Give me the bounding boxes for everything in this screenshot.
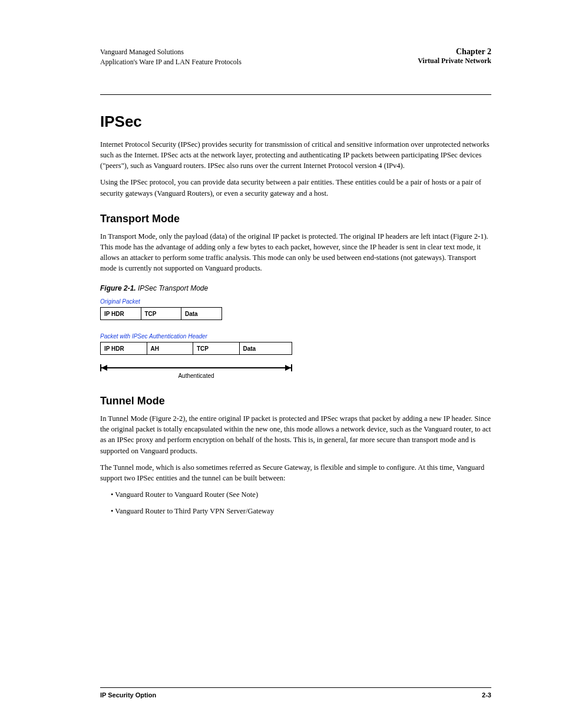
tunnel-bullet-2-text: Vanguard Router to Third Party VPN Serve… [115, 507, 274, 515]
header-right: Chapter 2 Virtual Private Network [418, 47, 491, 65]
page-footer: IP Security Option 2-3 [100, 687, 491, 699]
figure-id: Figure 2-1. [100, 284, 136, 292]
arrow-label: Authenticated [100, 373, 292, 379]
section-heading-tunnel: Tunnel Mode [100, 395, 491, 407]
arrow-line [100, 367, 292, 368]
page-header: Vanguard Managed Solutions Application's… [100, 47, 491, 95]
transport-diagram: Original Packet IP HDR TCP Data Packet w… [100, 298, 491, 381]
chapter-title: Virtual Private Network [418, 57, 491, 65]
box-data: Data [181, 307, 222, 320]
arrow-cap-right [291, 364, 292, 371]
tunnel-paragraph-2: The Tunnel mode, which is also sometimes… [100, 462, 491, 483]
ipsec-packet-row: IP HDR AH TCP Data [100, 342, 491, 355]
figure-title: IPSec Transport Mode [138, 284, 208, 292]
tunnel-bullet-1-text: Vanguard Router to Vanguard Router (See … [115, 490, 258, 499]
footer-left: IP Security Option [100, 691, 156, 699]
ipsec-paragraph-1: Internet Protocol Security (IPSec) provi… [100, 139, 491, 171]
authenticated-span: Authenticated [100, 364, 292, 381]
tunnel-bullet-1: • Vanguard Router to Vanguard Router (Se… [111, 489, 491, 500]
transport-paragraph: In Transport Mode, only the payload (dat… [100, 231, 491, 274]
section-heading-ipsec: IPSec [100, 113, 491, 131]
chapter-label: Chapter 2 [418, 47, 491, 57]
box-ah: AH [147, 342, 194, 355]
section-heading-transport: Transport Mode [100, 213, 491, 225]
box-iphdr-2: IP HDR [100, 342, 147, 355]
figure-caption: Figure 2-1. IPSec Transport Mode [100, 284, 491, 292]
tunnel-bullet-2: • Vanguard Router to Third Party VPN Ser… [111, 506, 491, 516]
box-data-2: Data [239, 342, 292, 355]
ipsec-paragraph-2: Using the IPSec protocol, you can provid… [100, 177, 491, 198]
box-iphdr: IP HDR [100, 307, 141, 320]
diagram-label-original: Original Packet [100, 298, 491, 305]
original-packet-row: IP HDR TCP Data [100, 307, 491, 320]
footer-page-number: 2-3 [482, 691, 491, 699]
arrow-head-right-icon [285, 365, 291, 371]
tunnel-paragraph-1: In Tunnel Mode (Figure 2-2), the entire … [100, 413, 491, 456]
diagram-label-ipsec: Packet with IPSec Authentication Header [100, 333, 491, 340]
box-tcp-2: TCP [193, 342, 240, 355]
box-tcp: TCP [141, 307, 182, 320]
